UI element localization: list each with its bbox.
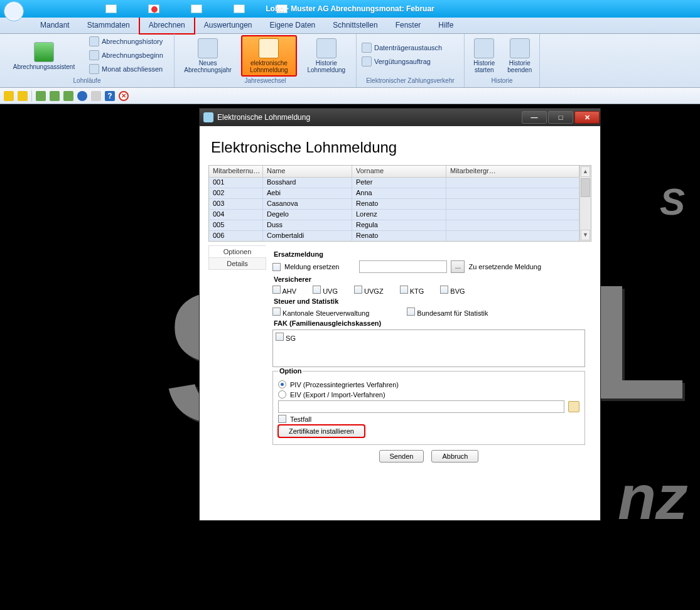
tab-details[interactable]: Details	[208, 257, 266, 270]
app-orb-icon[interactable]	[4, 1, 24, 21]
chk-meldung-ersetzen[interactable]	[272, 263, 281, 271]
close-month-icon	[89, 64, 99, 74]
col-mitarbeitergr[interactable]: Mitarbeitergr…	[446, 166, 579, 178]
chk-uvg[interactable]	[313, 286, 321, 294]
cell-gruppe	[446, 210, 579, 220]
rbtn-monat-abschliessen[interactable]: Monat abschliessen	[88, 63, 164, 75]
window-maximize-button[interactable]: □	[548, 111, 573, 124]
chk-ahv[interactable]	[272, 286, 281, 294]
side-tabs: Optionen Details	[208, 245, 266, 511]
wand-icon	[34, 42, 54, 62]
chk-ktg[interactable]	[400, 286, 408, 294]
chk-bfs[interactable]	[407, 308, 415, 316]
menu-auswertungen[interactable]: Auswertungen	[195, 18, 261, 33]
radio-eiv[interactable]	[278, 390, 286, 399]
table-scrollbar[interactable]: ▲ ▼	[579, 166, 591, 241]
rbtn-datentraegeraustausch[interactable]: Datenträgeraustausch	[360, 41, 443, 54]
input-path[interactable]	[278, 400, 564, 413]
cell-vorname: Anna	[352, 188, 446, 198]
table-row[interactable]: 005DussRegula	[209, 220, 579, 231]
fak-listbox[interactable]: SG	[272, 329, 585, 367]
chk-bvg[interactable]	[440, 286, 448, 294]
cell-name: Degelo	[263, 210, 352, 220]
ribbon-group-label: Lohnläufe	[4, 77, 170, 86]
tb-icon-help[interactable]: ?	[105, 91, 115, 101]
dialog-titlebar[interactable]: Elektronische Lohnmeldung — □ ✕	[200, 109, 600, 126]
tb-icon-tag[interactable]	[63, 91, 73, 101]
menu-fenster[interactable]: Fenster	[387, 18, 430, 33]
ribbon-group-lohnlaeufe: Abrechnungsassistent Abrechnungshistory …	[0, 34, 175, 87]
rbtn-verguetungsauftrag[interactable]: Vergütungsauftrag	[360, 55, 443, 68]
radio-piv[interactable]	[278, 380, 286, 388]
cell-gruppe	[446, 199, 579, 209]
cell-nr: 003	[209, 199, 263, 209]
btn-abbruch[interactable]: Abbruch	[431, 450, 478, 463]
rbtn-historie-lohnmeldung[interactable]: Historie Lohnmeldung	[301, 35, 352, 77]
rbtn-elektronische-lohnmeldung[interactable]: elektronische Lohnmeldung	[241, 35, 296, 77]
tb-icon-user[interactable]	[36, 91, 46, 101]
table-row[interactable]: 006CombertaldiRenato	[209, 231, 579, 241]
lbl-meldung-ersetzen: Meldung ersetzen	[284, 263, 339, 270]
window-minimize-button[interactable]: —	[522, 111, 547, 124]
legend-option: Option	[278, 367, 303, 375]
btn-senden[interactable]: Senden	[379, 450, 424, 463]
chk-kantonale-steuer[interactable]	[272, 308, 281, 316]
btn-zertifikate-installieren[interactable]: Zertifikate installieren	[278, 425, 365, 437]
table-row[interactable]: 002AebiAnna	[209, 188, 579, 199]
cell-gruppe	[446, 188, 579, 198]
tb-icon-2[interactable]	[18, 91, 28, 101]
window-close-button[interactable]: ✕	[574, 111, 600, 124]
tb-icon-disabled	[91, 91, 101, 101]
qa-icon-4[interactable]	[234, 4, 245, 13]
rbtn-historie-starten[interactable]: Historie starten	[468, 35, 500, 77]
tb-icon-globe[interactable]	[77, 91, 87, 101]
scroll-down-icon[interactable]: ▼	[581, 230, 590, 240]
chk-testfall[interactable]	[278, 415, 286, 423]
tb-icon-stop[interactable]: ✕	[119, 91, 129, 101]
btn-browse-ersatz[interactable]: …	[451, 260, 465, 273]
menu-schnittstellen[interactable]: Schnittstellen	[324, 18, 386, 33]
history-icon	[89, 36, 99, 46]
tb-icon-key[interactable]	[50, 91, 60, 101]
qa-icon-3[interactable]	[191, 4, 202, 13]
swissdec-history-icon	[316, 38, 337, 58]
menu-stammdaten[interactable]: Stammdaten	[78, 18, 139, 33]
payment-icon	[362, 56, 372, 67]
rbtn-historie-beenden[interactable]: Historie beenden	[504, 35, 536, 77]
lbl-ersatz-hint: Zu ersetzende Meldung	[468, 263, 541, 270]
dialog-icon	[203, 112, 213, 122]
table-row[interactable]: 003CasanovaRenato	[209, 199, 579, 210]
cell-nr: 001	[209, 178, 263, 188]
col-name[interactable]: Name	[263, 166, 352, 178]
menu-hilfe[interactable]: Hilfe	[429, 18, 462, 33]
qa-icon-2[interactable]	[148, 4, 159, 13]
table-row[interactable]: 001BosshardPeter	[209, 178, 579, 188]
tab-optionen[interactable]: Optionen	[208, 245, 266, 258]
col-mitarbeiternr[interactable]: Mitarbeiternu…	[209, 166, 263, 178]
chk-uvgz[interactable]	[354, 286, 362, 294]
rbtn-abrechnungsbeginn[interactable]: Abrechnungsbeginn	[88, 49, 164, 62]
scroll-up-icon[interactable]: ▲	[581, 166, 590, 177]
menu-abrechnen[interactable]: Abrechnen	[139, 16, 195, 35]
tb-icon-1[interactable]	[4, 91, 14, 101]
qa-icon-1[interactable]	[105, 4, 117, 13]
rbtn-abrechnungshistory[interactable]: Abrechnungshistory	[88, 35, 164, 48]
menu-mandant[interactable]: Mandant	[31, 18, 78, 33]
rbtn-abrechnungsassistent[interactable]: Abrechnungsassistent	[4, 35, 84, 77]
open-folder-icon[interactable]	[568, 401, 579, 412]
menu-eigene-daten[interactable]: Eigene Daten	[261, 18, 325, 33]
cell-vorname: Regula	[352, 220, 446, 230]
section-fak: FAK (Familienausgleichskassen)	[272, 319, 585, 327]
table-row[interactable]: 004DegeloLorenz	[209, 210, 579, 220]
rbtn-neues-abrechnungsjahr[interactable]: Neues Abrechnungsjahr	[178, 35, 237, 77]
app-titlebar: Lohn - Muster AG Abrechnungsmonat: Febru…	[0, 0, 700, 18]
calendar-icon	[198, 38, 218, 58]
cell-nr: 004	[209, 210, 263, 220]
cell-nr: 006	[209, 231, 263, 241]
col-vorname[interactable]: Vorname	[352, 166, 446, 178]
input-ersatz-id[interactable]	[359, 260, 447, 273]
scroll-thumb[interactable]	[581, 178, 590, 197]
cell-gruppe	[446, 178, 579, 188]
section-ersatzmeldung: Ersatzmeldung	[272, 250, 585, 258]
chk-fak-sg[interactable]	[276, 333, 284, 341]
